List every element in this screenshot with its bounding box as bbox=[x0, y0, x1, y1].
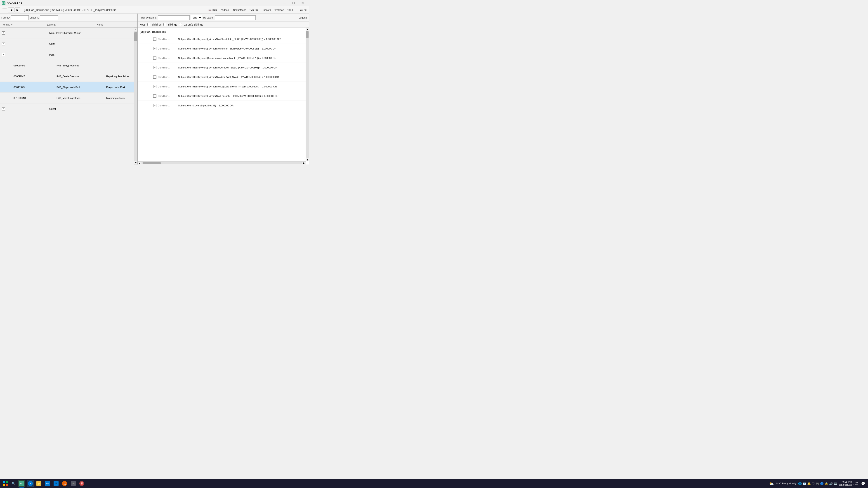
expand-button[interactable]: + bbox=[153, 47, 156, 50]
legend-button[interactable]: Legend bbox=[299, 16, 307, 19]
col-header-name[interactable]: Name bbox=[97, 23, 135, 26]
kofi-link[interactable]: °Ko-Fi bbox=[286, 8, 296, 12]
scroll-track[interactable] bbox=[142, 162, 302, 164]
right-row: + Condition... Subject.WornHasKeyword(_A… bbox=[138, 82, 309, 91]
scroll-right-arrow[interactable]: ▶ bbox=[303, 162, 306, 165]
nav-forward-button[interactable]: ▶ bbox=[14, 7, 20, 12]
scroll-thumb[interactable] bbox=[306, 31, 309, 38]
sort-arrow-icon: ▾ bbox=[11, 24, 12, 26]
toolbar-links: 📖Help •Videos •NexusMods ᵀGitHub •Discor… bbox=[207, 8, 308, 12]
editorid-filter-input[interactable] bbox=[40, 15, 58, 20]
left-scrollbar[interactable]: ▲ ▼ bbox=[134, 28, 137, 164]
scroll-thumb[interactable] bbox=[143, 162, 161, 164]
table-row[interactable]: 0800D4F2 F4B_Bodyproperties bbox=[0, 60, 137, 71]
expand-button[interactable]: + bbox=[2, 107, 5, 110]
table-row[interactable]: − Perk bbox=[0, 49, 137, 60]
condition-label: Condition... bbox=[158, 76, 178, 78]
col-header-formid[interactable]: FormID ▾ bbox=[2, 23, 47, 26]
filter-name-input[interactable] bbox=[158, 15, 190, 20]
left-table-header: FormID ▾ EditorID Name bbox=[0, 22, 137, 28]
cell-formid: 081C0DA8 bbox=[13, 97, 57, 99]
table-row[interactable]: + Non-Player Character (Actor) bbox=[0, 28, 137, 38]
hamburger-icon bbox=[2, 8, 6, 11]
expand-button[interactable]: + bbox=[153, 66, 156, 69]
table-row[interactable]: + Outfit bbox=[0, 38, 137, 49]
cell-editorid: Quest bbox=[49, 107, 99, 110]
right-panel: Filter by Name: and or by Value: Legend … bbox=[138, 13, 309, 164]
github-link[interactable]: ᵀGitHub bbox=[248, 8, 259, 12]
expand-button[interactable]: + bbox=[2, 42, 5, 45]
expand-button[interactable]: + bbox=[153, 85, 156, 88]
table-row[interactable]: 081C0DA8 F4B_MorphingEffects Morphing ef… bbox=[0, 93, 137, 103]
and-or-dropdown[interactable]: and or bbox=[191, 15, 202, 20]
left-filter-bar: FormID Editor ID bbox=[0, 13, 137, 22]
left-panel: FormID Editor ID FormID ▾ EditorID Name … bbox=[0, 13, 138, 164]
hamburger-menu-button[interactable] bbox=[1, 6, 8, 13]
siblings-checkbox[interactable] bbox=[163, 23, 166, 26]
right-row: + Condition... Subject.WornHasKeyword(_A… bbox=[138, 44, 309, 53]
nav-arrows: ◀ ▶ bbox=[8, 7, 20, 12]
scroll-down-arrow[interactable]: ▼ bbox=[306, 158, 309, 161]
formid-filter-input[interactable] bbox=[11, 15, 29, 20]
scroll-thumb[interactable] bbox=[134, 32, 137, 41]
right-filter-bar: Filter by Name: and or by Value: Legend bbox=[138, 13, 309, 22]
close-button[interactable]: ✕ bbox=[298, 0, 307, 6]
scroll-track[interactable] bbox=[306, 31, 309, 158]
right-vertical-scrollbar[interactable]: ▲ ▼ bbox=[306, 28, 309, 161]
scroll-left-arrow[interactable]: ◀ bbox=[138, 162, 141, 165]
discord-link[interactable]: •Discord bbox=[260, 8, 272, 12]
title-bar-left: FO FO4Edit 4.0.4 bbox=[2, 1, 22, 5]
expand-button[interactable]: + bbox=[2, 31, 5, 35]
expand-button[interactable]: + bbox=[153, 37, 156, 41]
right-content: [08] FO4_Basics.esp + Condition... Subje… bbox=[138, 28, 309, 164]
right-row: + Condition... Subject.WornHasKeyword(_A… bbox=[138, 63, 309, 72]
nav-back-button[interactable]: ◀ bbox=[8, 7, 14, 12]
siblings-label: siblings bbox=[168, 23, 177, 26]
table-row[interactable]: 0800E447 F4B_DealerDiscount Repairing Fe… bbox=[0, 71, 137, 82]
right-horizontal-scrollbar[interactable]: ◀ ▶ bbox=[138, 161, 306, 164]
nexusmods-link[interactable]: •NexusMods bbox=[230, 8, 248, 12]
paypal-link[interactable]: •PayPal bbox=[296, 8, 308, 12]
condition-label: Condition... bbox=[158, 57, 178, 59]
keep-label: Keep bbox=[140, 23, 146, 26]
condition-value: Subject.WornHasKeyword(_ArmorSlotHelmet_… bbox=[178, 47, 307, 50]
expand-button[interactable]: + bbox=[153, 104, 156, 107]
expand-button[interactable]: + bbox=[153, 94, 156, 98]
scroll-up-arrow[interactable]: ▲ bbox=[306, 28, 309, 31]
scroll-up-arrow[interactable]: ▲ bbox=[134, 28, 137, 31]
col-header-editorid[interactable]: EditorID bbox=[47, 23, 97, 26]
minimize-button[interactable]: ─ bbox=[280, 0, 289, 6]
cell-editorid: F4B_DealerDiscount bbox=[57, 75, 106, 78]
filter-by-name-label: Filter by Name: bbox=[140, 16, 157, 19]
table-row[interactable]: + Quest bbox=[0, 103, 137, 114]
right-row: + Condition... Subject.WornHasKeyword(_A… bbox=[138, 34, 309, 44]
condition-label: Condition... bbox=[158, 47, 178, 50]
parent-siblings-checkbox[interactable] bbox=[179, 23, 182, 26]
expand-button[interactable]: + bbox=[153, 75, 156, 78]
scroll-track[interactable] bbox=[134, 31, 137, 161]
cell-name: Repairing Fee Prices bbox=[106, 75, 135, 78]
children-checkbox[interactable] bbox=[147, 23, 150, 26]
cell-editorid: F4B_MorphingEffects bbox=[57, 97, 106, 99]
expand-button[interactable]: − bbox=[2, 53, 5, 56]
children-label: children bbox=[152, 23, 162, 26]
cell-editorid: F4B_PlayerNudePerk bbox=[57, 86, 106, 89]
patreon-link[interactable]: °Patreon bbox=[273, 8, 285, 12]
help-link[interactable]: 📖Help bbox=[207, 8, 218, 12]
right-row: + Condition... Subject.WornHasKeyword(_A… bbox=[138, 91, 309, 101]
scroll-down-arrow[interactable]: ▼ bbox=[134, 161, 137, 164]
condition-value: Subject.WornHasKeyword(_ArmorSlotArmRigh… bbox=[178, 76, 307, 78]
cell-formid: 0800E447 bbox=[13, 75, 57, 78]
expand-button[interactable]: + bbox=[153, 57, 156, 60]
app-title: FO4Edit 4.0.4 bbox=[7, 2, 22, 4]
main-content: FormID Editor ID FormID ▾ EditorID Name … bbox=[0, 13, 309, 164]
editorid-filter-label: Editor ID bbox=[30, 16, 39, 19]
condition-value: Subject.WornHasKeyword(_ArmorSlotLegRigh… bbox=[178, 95, 307, 97]
videos-link[interactable]: •Videos bbox=[219, 8, 230, 12]
table-row[interactable]: 08011943 F4B_PlayerNudePerk Player nude … bbox=[0, 82, 137, 93]
maximize-button[interactable]: □ bbox=[289, 0, 298, 6]
value-filter-input[interactable] bbox=[215, 15, 256, 20]
cell-name: Morphing effects bbox=[106, 97, 135, 99]
cell-editorid: Outfit bbox=[49, 42, 99, 45]
condition-label: Condition... bbox=[158, 38, 178, 40]
